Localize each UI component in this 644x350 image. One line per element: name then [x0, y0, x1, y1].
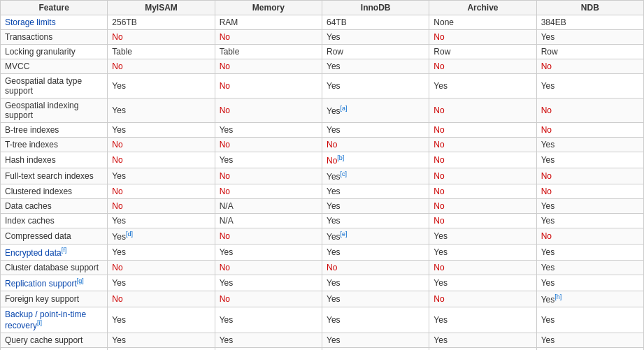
- value-cell: Yes: [429, 228, 536, 245]
- value-cell: Yes: [108, 214, 215, 228]
- value-cell: Yes: [322, 291, 429, 307]
- value-cell: No: [536, 99, 643, 123]
- value-cell: Yes: [536, 138, 643, 152]
- value-cell: No: [429, 30, 536, 45]
- value-cell: Yes: [322, 184, 429, 199]
- value-cell: Table: [215, 45, 322, 59]
- feature-cell: Hash indexes: [1, 152, 108, 168]
- value-cell: Table: [108, 45, 215, 59]
- value-cell: No: [429, 123, 536, 138]
- value-cell: Yes: [322, 348, 429, 351]
- value-cell: RAM: [215, 15, 322, 30]
- feature-cell: Foreign key support: [1, 291, 108, 307]
- value-cell: Yes: [108, 74, 215, 99]
- table-row: Replication support[g]YesYesYesYesYes: [1, 275, 644, 291]
- value-cell: Yes: [108, 333, 215, 348]
- value-cell: Yes: [322, 307, 429, 333]
- table-row: TransactionsNoNoYesNoYes: [1, 30, 644, 45]
- value-cell: Yes: [536, 30, 643, 45]
- table-row: B-tree indexesYesYesYesNoNo: [1, 123, 644, 138]
- value-cell: No: [536, 123, 643, 138]
- feature-cell: Index caches: [1, 214, 108, 228]
- value-cell: No: [108, 184, 215, 199]
- value-cell: No[b]: [322, 152, 429, 168]
- value-cell: No: [536, 59, 643, 74]
- value-cell: Yes[e]: [322, 228, 429, 245]
- feature-cell: Encrypted data[f]: [1, 245, 108, 261]
- feature-cell: Clustered indexes: [1, 184, 108, 199]
- value-cell: Yes[a]: [322, 99, 429, 123]
- feature-cell: Cluster database support: [1, 261, 108, 275]
- value-cell: Yes: [536, 214, 643, 228]
- value-cell: No: [429, 261, 536, 275]
- value-cell: No: [429, 199, 536, 214]
- value-cell: No: [108, 138, 215, 152]
- table-row: Full-text search indexesYesNoYes[c]NoNo: [1, 168, 644, 184]
- feature-cell: Full-text search indexes: [1, 168, 108, 184]
- value-cell: Yes: [536, 74, 643, 99]
- value-cell: Yes[h]: [536, 291, 643, 307]
- value-cell: Yes: [108, 307, 215, 333]
- value-cell: Yes: [215, 307, 322, 333]
- value-cell: Yes: [215, 123, 322, 138]
- value-cell: No: [429, 138, 536, 152]
- value-cell: Yes: [536, 261, 643, 275]
- value-cell: Yes: [429, 74, 536, 99]
- value-cell: No: [429, 99, 536, 123]
- feature-cell: Geospatial indexing support: [1, 99, 108, 123]
- feature-cell: Update statistics for data dictionary: [1, 348, 108, 351]
- header-myisam: MyISAM: [108, 1, 215, 15]
- value-cell: No: [215, 59, 322, 74]
- value-cell: Yes: [108, 168, 215, 184]
- value-cell: None: [429, 15, 536, 30]
- table-row: Locking granularityTableTableRowRowRow: [1, 45, 644, 59]
- value-cell: No: [108, 261, 215, 275]
- value-cell: Yes: [536, 245, 643, 261]
- header-ndb: NDB: [536, 1, 643, 15]
- feature-cell: T-tree indexes: [1, 138, 108, 152]
- table-row: Encrypted data[f]YesYesYesYesYes: [1, 245, 644, 261]
- value-cell: Yes: [215, 333, 322, 348]
- value-cell: Yes: [108, 275, 215, 291]
- value-cell: Yes: [108, 123, 215, 138]
- value-cell: N/A: [215, 214, 322, 228]
- table-row: Geospatial indexing supportYesNoYes[a]No…: [1, 99, 644, 123]
- feature-cell: Replication support[g]: [1, 275, 108, 291]
- value-cell: Yes: [215, 275, 322, 291]
- header-memory: Memory: [215, 1, 322, 15]
- table-row: Foreign key supportNoNoYesNoYes[h]: [1, 291, 644, 307]
- value-cell: No: [215, 168, 322, 184]
- value-cell: Yes: [108, 348, 215, 351]
- value-cell: Yes: [215, 348, 322, 351]
- feature-cell: B-tree indexes: [1, 123, 108, 138]
- feature-cell: Backup / point-in-time recovery[i]: [1, 307, 108, 333]
- table-row: MVCCNoNoYesNoNo: [1, 59, 644, 74]
- value-cell: Yes: [108, 99, 215, 123]
- value-cell: No: [429, 152, 536, 168]
- feature-cell: Locking granularity: [1, 45, 108, 59]
- feature-cell: Compressed data: [1, 228, 108, 245]
- value-cell: Yes: [322, 123, 429, 138]
- value-cell: No: [429, 168, 536, 184]
- table-row: Clustered indexesNoNoYesNoNo: [1, 184, 644, 199]
- value-cell: 384EB: [536, 15, 643, 30]
- value-cell: No: [322, 138, 429, 152]
- value-cell: Yes: [215, 245, 322, 261]
- value-cell: No: [215, 261, 322, 275]
- value-cell: No: [215, 74, 322, 99]
- value-cell: Yes: [536, 152, 643, 168]
- table-row: Storage limits256TBRAM64TBNone384EB: [1, 15, 644, 30]
- feature-cell: MVCC: [1, 59, 108, 74]
- value-cell: Yes: [322, 30, 429, 45]
- value-cell: No: [215, 99, 322, 123]
- value-cell: No: [108, 291, 215, 307]
- value-cell: Yes: [429, 245, 536, 261]
- value-cell: No: [429, 214, 536, 228]
- value-cell: Yes: [536, 333, 643, 348]
- header-innodb: InnoDB: [322, 1, 429, 15]
- table-row: Cluster database supportNoNoNoNoYes: [1, 261, 644, 275]
- value-cell: Yes: [429, 348, 536, 351]
- table-row: Geospatial data type supportYesNoYesYesY…: [1, 74, 644, 99]
- storage-engine-comparison-table: Feature MyISAM Memory InnoDB Archive NDB…: [0, 0, 644, 350]
- table-row: Hash indexesNoYesNo[b]NoYes: [1, 152, 644, 168]
